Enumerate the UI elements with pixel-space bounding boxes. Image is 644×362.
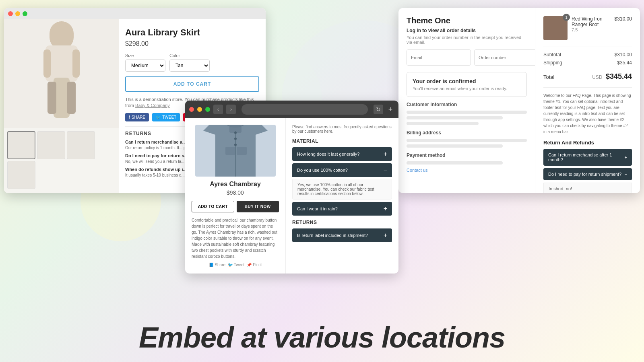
cart-item-row: 1 Red Wing Iron Ranger Boot 7.5 $310.00	[543, 16, 632, 40]
billing-title: Billing address	[407, 130, 527, 136]
color-label: Color	[169, 53, 210, 58]
woman-figure-svg	[25, 21, 98, 126]
product-social-w2: 📘 Share 🐦 Tweet 📌 Pin it	[209, 263, 262, 267]
cart-item-size: 7.5	[572, 27, 611, 32]
maximize-button[interactable]	[23, 11, 27, 16]
total-label: Total	[543, 74, 554, 80]
contact-us-link[interactable]: Contact us	[407, 168, 527, 173]
customer-info-section: Customer information	[407, 102, 527, 125]
order-number-input[interactable]	[474, 49, 535, 66]
shipping-row: Shipping $35.44	[543, 60, 632, 66]
share-w2: 📘 Share	[209, 263, 225, 267]
demo-link[interactable]: Baby & Company	[135, 103, 170, 108]
add-to-cart-btn-w2[interactable]: ADD TO CART	[192, 201, 234, 212]
faq-right-section: Welcome to our FAQ Page. This page is sh…	[543, 87, 632, 193]
new-tab-button[interactable]: +	[386, 105, 394, 113]
add-to-cart-button[interactable]: ADD TO CART	[125, 76, 259, 92]
thumb-row-1	[7, 131, 116, 159]
info-line-1	[407, 111, 527, 114]
total-currency: USD	[592, 74, 602, 80]
faq-q3[interactable]: Can I wear it in rain? +	[292, 202, 392, 216]
billing-section: Billing address	[407, 130, 527, 148]
material-category: Material	[292, 138, 392, 144]
email-input[interactable]	[407, 49, 471, 66]
product-options: Size Medium Small Large Color Tan Black …	[125, 53, 259, 72]
thumbnail-4[interactable]	[7, 161, 35, 189]
svg-point-13	[234, 144, 237, 146]
forward-button[interactable]: ›	[226, 105, 236, 114]
faq-toggle-3: +	[384, 205, 387, 212]
cart-summary: Subtotal $310.00 Shipping $35.44 Total U…	[543, 47, 632, 81]
return-faq-q1[interactable]: Can I return merchandise after 1 month? …	[543, 149, 632, 166]
svg-point-11	[234, 132, 237, 134]
product-images-section	[4, 19, 119, 193]
faq-section-w2: Please find answers to most frequently a…	[286, 118, 398, 274]
refresh-button[interactable]: ↻	[374, 105, 383, 114]
tweet-w2: 🐦 Tweet	[228, 263, 244, 267]
size-label: Size	[125, 53, 165, 58]
back-button[interactable]: ‹	[213, 105, 223, 114]
url-bar[interactable]	[242, 104, 368, 115]
info-line-3	[407, 122, 479, 125]
svg-rect-9	[237, 147, 247, 155]
faq-returns-q1[interactable]: Is return label included in shipment? +	[292, 228, 392, 242]
cart-item-image: 1	[543, 16, 568, 40]
total-row: Total USD $345.44	[543, 69, 632, 81]
product-main-image	[4, 19, 119, 128]
size-select[interactable]: Medium Small Large	[125, 60, 165, 72]
buy-it-now-btn[interactable]: BUY IT NOW	[237, 201, 279, 212]
fb-icon: f	[129, 115, 130, 119]
product-thumbnails	[4, 128, 119, 192]
faq-toggle-1: +	[384, 150, 387, 158]
product-price-w2: $98.00	[227, 189, 244, 196]
cart-item-price: $310.00	[615, 16, 632, 22]
billing-line-2	[407, 144, 503, 148]
subtotal-label: Subtotal	[543, 52, 561, 58]
return-faq-toggle-2: −	[625, 172, 627, 177]
thumbnail-2[interactable]	[37, 131, 65, 159]
login-form: Log in	[407, 49, 527, 66]
minimize-button[interactable]	[15, 11, 20, 16]
close-button[interactable]	[8, 11, 13, 16]
bottom-headline: Embed at various locations	[0, 321, 644, 354]
return-refunds-title: Return And Refunds	[543, 140, 632, 146]
faq-welcome-text: Welcome to our FAQ Page. This page is sh…	[543, 93, 632, 135]
info-line-2	[407, 116, 503, 119]
svg-rect-3	[47, 82, 56, 114]
close-btn-2[interactable]	[189, 107, 194, 112]
color-option: Color Tan Black White	[169, 53, 210, 72]
color-select[interactable]: Tan Black White	[169, 60, 210, 72]
svg-rect-0	[50, 21, 74, 49]
svg-rect-8	[225, 147, 235, 155]
window-2-body: Ayres Chambray $98.00 ADD TO CART BUY IT…	[185, 118, 398, 274]
order-confirmed-title: Your order is confirmed	[413, 78, 521, 84]
subtotal-value: $310.00	[615, 52, 632, 58]
svg-point-12	[234, 138, 237, 140]
return-faq-toggle-1: +	[625, 155, 627, 160]
payment-line-1	[407, 161, 503, 165]
svg-rect-4	[67, 82, 76, 114]
thumbnail-1[interactable]	[7, 131, 35, 159]
faq-q2[interactable]: Do you use 100% cotton? −	[292, 163, 392, 177]
shipping-label: Shipping	[543, 60, 562, 66]
payment-title: Payment method	[407, 152, 527, 158]
share-button[interactable]: f SHARE	[125, 113, 149, 121]
shirt-svg	[203, 125, 268, 177]
product-title-w2: Ayres Chambray	[210, 181, 261, 188]
order-confirmed-sub: You'll receive an email when your order …	[413, 86, 521, 91]
faq-q1[interactable]: How long does it last generally? +	[292, 147, 392, 161]
returns-category: Returns	[292, 220, 392, 225]
size-option: Size Medium Small Large	[125, 53, 165, 72]
thumbnail-3[interactable]	[67, 131, 95, 159]
thumb-row-2	[7, 161, 116, 189]
payment-section: Payment method	[407, 152, 527, 165]
return-faq-a2: In short, no!	[543, 183, 632, 193]
svg-rect-5	[43, 49, 51, 78]
maximize-btn-2[interactable]	[205, 107, 210, 112]
product-price: $298.00	[125, 40, 259, 47]
return-faq-q2[interactable]: Do I need to pay for return shipment? −	[543, 168, 632, 180]
tweet-button[interactable]: 🐦 TWEET	[152, 113, 180, 121]
minimize-btn-2[interactable]	[197, 107, 202, 112]
twitter-icon: 🐦	[156, 115, 161, 119]
billing-line-1	[407, 139, 527, 142]
